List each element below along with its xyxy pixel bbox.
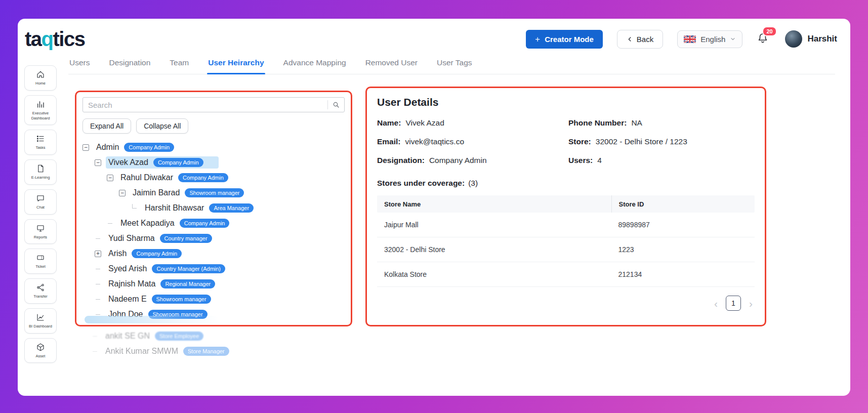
tree-toggle-icon[interactable]	[119, 190, 126, 196]
notification-bell[interactable]: 20	[757, 32, 769, 46]
sidebar-item-ticket[interactable]: Ticket	[24, 249, 57, 274]
panel-title: User Details	[377, 96, 755, 108]
app-window: taqtics + Creator Mode Back	[18, 19, 850, 396]
search-input[interactable]	[83, 101, 327, 109]
tree-node[interactable]: ankit SE GN Store Employee	[92, 328, 343, 344]
user-name-label: ankit SE GN	[105, 332, 150, 341]
store-id-cell: 1223	[611, 245, 755, 254]
expand-all-button[interactable]: Expand All	[82, 118, 131, 134]
search-box	[82, 97, 345, 112]
detail-field: Email:vivek@taqtics.co	[377, 137, 568, 146]
tab[interactable]: User Tags	[436, 58, 473, 74]
role-badge: Regional Manager	[160, 279, 215, 288]
tree-toggle-icon[interactable]	[92, 348, 98, 355]
tab[interactable]: Users	[68, 58, 91, 74]
uk-flag-icon	[684, 35, 696, 43]
tab-bar: UsersDesignationTeamUser HeirarchyAdvanc…	[68, 58, 835, 74]
header-actions: + Creator Mode Back English	[526, 30, 837, 49]
tab[interactable]: User Heirarchy	[207, 58, 265, 74]
field-value: vivek@taqtics.co	[405, 137, 465, 146]
tree-toggle-icon[interactable]	[95, 251, 101, 257]
user-details-panel: User Details Name:Vivek Azad Phone Numbe…	[365, 87, 766, 326]
sidebar-item-label: E-Learning	[31, 175, 50, 180]
table-row: Jaipur Mall 89898987	[377, 213, 755, 237]
search-icon[interactable]	[328, 101, 344, 109]
tree-toggle-icon[interactable]	[132, 204, 137, 209]
user-name-label: Vivek Azad	[108, 158, 148, 167]
tree-toggle-icon[interactable]	[107, 220, 113, 227]
tree-toggle-icon[interactable]	[95, 281, 101, 287]
tree-node-content: Rajnish Mata Regional Manager	[106, 278, 219, 290]
prev-page-icon[interactable]: ‹	[714, 298, 718, 309]
tree-node[interactable]: Rajnish Mata Regional Manager	[95, 276, 345, 292]
store-id-cell: 89898987	[611, 221, 755, 229]
tree-node[interactable]: Meet Kapadiya Company Admin	[107, 216, 345, 231]
tree-node[interactable]: Admin Company Admin	[82, 140, 345, 155]
tree-toggle-icon[interactable]	[92, 333, 98, 340]
user-hierarchy-tree: Admin Company Admin Vivek Azad Company A…	[82, 140, 345, 322]
sidebar-item-asset[interactable]: Asset	[24, 338, 57, 363]
field-value: 32002 - Delhi Store / 1223	[596, 137, 687, 146]
user-name-label: Syed Arish	[108, 264, 147, 273]
tree-toggle-icon[interactable]	[82, 144, 89, 151]
tree-actions: Expand All Collapse All	[82, 118, 345, 134]
sidebar-item-elearning[interactable]: E-Learning	[24, 159, 57, 185]
sidebar-item-bi-dashboard[interactable]: BI Dashboard	[24, 308, 57, 334]
tab[interactable]: Team	[169, 58, 190, 74]
tree-node-content: Vivek Azad Company Admin	[106, 156, 219, 169]
tree-node[interactable]: Vivek Azad Company Admin	[95, 155, 345, 170]
language-selector[interactable]: English	[677, 30, 742, 48]
tree-node-content: Arish Company Admin	[106, 247, 186, 260]
tree-node[interactable]: Syed Arish Country Manager (Admin)	[95, 261, 345, 276]
user-name-label: Ankit Kumar SMWM	[105, 347, 178, 356]
tab[interactable]: Advance Mapping	[282, 58, 347, 74]
sidebar-item-executive-dashboard[interactable]: Executive Dashboard	[24, 95, 57, 126]
tree-node[interactable]: Ankit Kumar SMWM Store Manager	[92, 344, 343, 359]
tree-toggle-icon[interactable]	[95, 235, 101, 242]
sidebar-item-label: Transfer	[33, 294, 48, 299]
back-label: Back	[637, 35, 653, 44]
tree-node[interactable]: Rahul Diwakar Company Admin	[107, 170, 345, 185]
tree-node-content: Ankit Kumar SMWM Store Manager	[103, 345, 233, 357]
tree-node-content: Rahul Diwakar Company Admin	[118, 172, 232, 184]
sidebar-item-chat[interactable]: Chat	[24, 189, 57, 215]
current-page-button[interactable]: 1	[726, 296, 741, 311]
tree-toggle-icon[interactable]	[95, 266, 101, 272]
sidebar-item-home[interactable]: Home	[24, 65, 57, 91]
top-bar: taqtics + Creator Mode Back	[18, 19, 850, 51]
page-background: taqtics + Creator Mode Back	[0, 0, 868, 413]
tree-node[interactable]: Yudi Sharma Country manager	[95, 231, 345, 246]
tree-node[interactable]: Arish Company Admin	[95, 246, 345, 261]
back-button[interactable]: Back	[617, 30, 663, 49]
tree-node[interactable]: Nadeem E Showroom manager	[95, 292, 345, 307]
tab[interactable]: Removed User	[364, 58, 419, 74]
tab[interactable]: Designation	[108, 58, 151, 74]
collapse-all-button[interactable]: Collapse All	[136, 118, 188, 134]
tree-toggle-icon[interactable]	[95, 296, 101, 303]
tree-node-content: Harshit Bhawsar Area Manager	[142, 202, 258, 214]
tree-node-content: Jaimin Barad Showroom manager	[130, 187, 248, 199]
table-body: Jaipur Mall 89898987 32002 - Delhi Store…	[377, 213, 755, 287]
tree-toggle-icon[interactable]	[107, 175, 113, 181]
pagination: ‹ 1 ›	[377, 296, 755, 311]
field-value: 4	[597, 156, 602, 164]
logo-text: ta	[25, 28, 42, 50]
sidebar-item-label: Chat	[36, 205, 45, 210]
tree-toggle-icon[interactable]	[95, 159, 101, 166]
store-id-cell: 212134	[611, 270, 755, 278]
creator-mode-button[interactable]: + Creator Mode	[526, 30, 603, 49]
sidebar-item-transfer[interactable]: Transfer	[24, 278, 57, 304]
user-menu[interactable]: Harshit	[785, 30, 837, 48]
tree-node[interactable]: Harshit Bhawsar Area Manager	[131, 200, 345, 216]
tree-node[interactable]: Jaimin Barad Showroom manager	[119, 185, 345, 200]
next-page-icon[interactable]: ›	[749, 298, 753, 309]
table-row: 32002 - Delhi Store 1223	[377, 237, 755, 262]
avatar[interactable]	[785, 30, 802, 48]
user-name-label: Rajnish Mata	[108, 279, 155, 288]
role-badge: Showroom manager	[152, 295, 211, 304]
sidebar-item-tasks[interactable]: Tasks	[24, 130, 57, 155]
tree-node-content: Syed Arish Country Manager (Admin)	[106, 263, 229, 275]
field-value: Company Admin	[429, 156, 487, 164]
sidebar-item-reports[interactable]: Reports	[24, 219, 57, 244]
user-tree-panel: Expand All Collapse All Admin Company Ad…	[75, 91, 352, 326]
